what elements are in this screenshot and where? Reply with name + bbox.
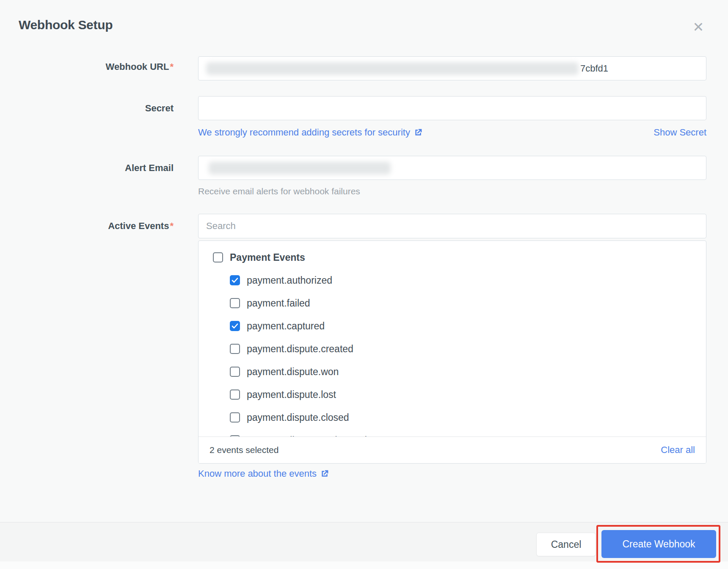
event-row: payment.dispute.under_review <box>199 429 706 436</box>
bottom-strip <box>0 561 728 569</box>
event-label: payment.dispute.closed <box>247 412 349 423</box>
event-label: payment.dispute.lost <box>247 389 336 401</box>
secret-helper-link[interactable]: We strongly recommend adding secrets for… <box>198 127 422 138</box>
alert-email-helper: Receive email alerts for webhook failure… <box>198 186 360 196</box>
secret-input[interactable] <box>198 96 706 120</box>
cancel-button[interactable]: Cancel <box>536 533 596 556</box>
event-checkbox[interactable] <box>230 275 240 285</box>
secret-label: Secret <box>145 103 174 114</box>
event-row: payment.dispute.lost <box>199 383 706 406</box>
external-link-icon <box>320 470 329 478</box>
know-more-link[interactable]: Know more about the events <box>198 468 329 479</box>
required-marker: * <box>170 221 174 231</box>
event-row: payment.authorized <box>199 269 706 292</box>
event-checkbox[interactable] <box>230 321 240 331</box>
events-search-input[interactable] <box>198 214 706 238</box>
events-list[interactable]: Payment Events payment.authorized paymen… <box>199 241 706 436</box>
page-title: Webhook Setup <box>19 18 113 32</box>
event-row: payment.dispute.closed <box>199 406 706 429</box>
event-checkbox[interactable] <box>230 389 240 400</box>
external-link-icon <box>414 128 422 137</box>
event-row: payment.dispute.won <box>199 360 706 383</box>
webhook-url-suffix: 7cbfd1 <box>580 63 608 74</box>
alert-email-label: Alert Email <box>125 163 174 174</box>
alert-email-input[interactable] <box>198 156 706 180</box>
event-label: payment.dispute.won <box>247 366 339 378</box>
clear-all-link[interactable]: Clear all <box>661 445 695 456</box>
event-checkbox[interactable] <box>230 298 240 308</box>
selected-count: 2 events selected <box>210 445 279 455</box>
event-checkbox[interactable] <box>230 344 240 354</box>
required-marker: * <box>170 61 174 72</box>
event-row: payment.dispute.created <box>199 337 706 360</box>
redacted-email-value <box>209 162 391 174</box>
events-footer: 2 events selected Clear all <box>199 436 706 463</box>
event-row: payment.captured <box>199 315 706 337</box>
event-label: payment.dispute.created <box>247 343 353 355</box>
redacted-url-value <box>206 62 579 75</box>
event-label: payment.failed <box>247 298 310 309</box>
event-group-row: Payment Events <box>199 246 706 269</box>
webhook-url-input[interactable]: 7cbfd1 <box>198 56 706 80</box>
close-icon[interactable]: ✕ <box>689 18 708 36</box>
event-label: payment.captured <box>247 320 325 332</box>
event-checkbox[interactable] <box>230 412 240 423</box>
create-webhook-button[interactable]: Create Webhook <box>601 530 716 558</box>
event-row: payment.failed <box>199 292 706 315</box>
event-checkbox[interactable] <box>230 367 240 377</box>
event-label: payment.authorized <box>247 275 332 286</box>
webhook-url-label: Webhook URL* <box>106 61 174 72</box>
events-list-container: Payment Events payment.authorized paymen… <box>198 240 706 464</box>
active-events-label: Active Events* <box>108 221 174 232</box>
group-checkbox[interactable] <box>213 252 223 262</box>
show-secret-link[interactable]: Show Secret <box>654 127 706 138</box>
event-group-label: Payment Events <box>230 252 305 263</box>
